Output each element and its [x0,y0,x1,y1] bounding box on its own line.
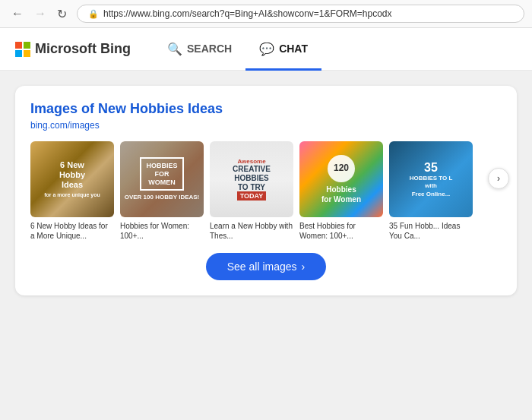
img-overlay-5: 35 HOBBIES TO LwithFree Online... [389,141,473,217]
browser-chrome: ← → ↻ 🔒 https://www.bing.com/search?q=Bi… [0,0,532,28]
image-box-1: 6 NewHobbyIdeas for a more unique you [30,141,114,217]
image-thumb-1[interactable]: 6 NewHobbyIdeas for a more unique you 6 … [30,141,114,241]
see-all-label: See all images [227,261,297,273]
chat-tab-icon: 💬 [259,42,274,56]
carousel-next-button[interactable]: › [488,168,509,189]
image-row: 6 NewHobbyIdeas for a more unique you 6 … [30,141,502,241]
nav-tabs: 🔍 SEARCH 💬 CHAT [154,29,321,70]
image-thumb-5[interactable]: 35 HOBBIES TO LwithFree Online... 35 Fun… [389,141,473,241]
top-nav: Microsoft Bing 🔍 SEARCH 💬 CHAT [0,28,532,71]
img-overlay-3: AwesomeCREATIVEHOBBIESTO TRYTODAY [210,141,293,217]
img-caption-5: 35 Fun Hobb... Ideas You Ca... [389,221,473,241]
lock-icon: 🔒 [88,9,99,19]
tab-chat[interactable]: 💬 CHAT [245,30,321,71]
image-thumb-3[interactable]: AwesomeCREATIVEHOBBIESTO TRYTODAY Learn … [210,141,293,241]
image-card: Images of New Hobbies Ideas bing.com/ima… [15,86,517,295]
img-caption-2: Hobbies for Women: 100+... [120,221,204,241]
img-caption-4: Best Hobbies for Women: 100+... [299,221,383,241]
img-caption-1: 6 New Hobby Ideas for a More Unique... [30,221,114,241]
url-text: https://www.bing.com/search?q=Bing+AI&sh… [103,8,392,19]
image-box-3: AwesomeCREATIVEHOBBIESTO TRYTODAY [210,141,293,217]
badge-120: 120 [328,155,355,182]
chat-tab-label: CHAT [279,43,308,55]
logo-grid-icon [15,42,30,57]
image-card-subtitle: bing.com/images [30,120,502,131]
img-caption-3: Learn a New Hobby with Thes... [210,221,293,241]
see-all-arrow-icon: › [302,261,306,273]
forward-button[interactable]: → [30,5,50,22]
img-overlay-2: HOBBIESFORWOMEN OVER 100 HOBBY IDEAS! [120,141,204,217]
image-thumb-4[interactable]: 120 Hobbiesfor Women Best Hobbies for Wo… [299,141,383,241]
logo-text: Microsoft Bing [35,41,131,57]
bing-logo: Microsoft Bing [15,41,131,57]
search-tab-label: SEARCH [187,43,232,55]
address-bar[interactable]: 🔒 https://www.bing.com/search?q=Bing+AI&… [77,5,524,23]
image-box-4: 120 Hobbiesfor Women [299,141,383,217]
back-button[interactable]: ← [8,5,27,22]
refresh-button[interactable]: ↻ [53,5,71,23]
img-overlay-1: 6 NewHobbyIdeas for a more unique you [30,141,114,217]
image-box-2: HOBBIESFORWOMEN OVER 100 HOBBY IDEAS! [120,141,204,217]
see-all-images-button[interactable]: See all images › [206,253,327,280]
image-card-title: Images of New Hobbies Ideas [30,101,502,117]
nav-buttons: ← → ↻ [8,5,71,23]
img-overlay-4: 120 Hobbiesfor Women [299,141,383,217]
search-tab-icon: 🔍 [167,42,182,56]
image-box-5: 35 HOBBIES TO LwithFree Online... [389,141,473,217]
tab-search[interactable]: 🔍 SEARCH [154,30,245,71]
image-thumb-2[interactable]: HOBBIESFORWOMEN OVER 100 HOBBY IDEAS! Ho… [120,141,204,241]
main-content: Images of New Hobbies Ideas bing.com/ima… [0,71,532,419]
